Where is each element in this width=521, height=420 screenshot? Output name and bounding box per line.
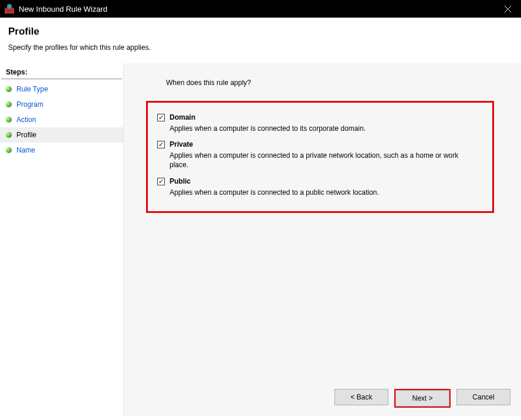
profile-options-highlight: Domain Applies when a computer is connec…	[146, 101, 494, 213]
next-button-highlight: Next >	[394, 389, 451, 408]
option-private-label: Private	[170, 140, 478, 148]
bullet-icon	[6, 132, 12, 138]
page-title: Profile	[8, 26, 513, 38]
option-private: Private Applies when a computer is conne…	[157, 140, 478, 170]
step-profile[interactable]: Profile	[0, 127, 123, 143]
option-private-desc: Applies when a computer is connected to …	[170, 151, 478, 170]
step-program[interactable]: Program	[0, 97, 123, 112]
page-subtitle: Specify the profiles for which this rule…	[8, 43, 513, 52]
step-name[interactable]: Name	[0, 143, 123, 158]
step-rule-type[interactable]: Rule Type	[0, 82, 123, 97]
bullet-icon	[6, 101, 12, 107]
titlebar: New Inbound Rule Wizard	[0, 0, 521, 18]
close-button[interactable]	[494, 0, 521, 18]
checkbox-public[interactable]	[157, 178, 165, 185]
option-domain-desc: Applies when a computer is connected to …	[170, 124, 478, 133]
steps-sidebar: Steps: Rule Type Program Action Profile …	[0, 63, 123, 416]
bullet-icon	[6, 117, 12, 123]
back-button[interactable]: < Back	[334, 389, 388, 405]
wizard-header: Profile Specify the profiles for which t…	[0, 18, 521, 63]
step-label: Name	[16, 146, 35, 154]
next-button[interactable]: Next >	[395, 390, 449, 407]
step-action[interactable]: Action	[0, 112, 123, 127]
svg-rect-4	[6, 10, 9, 12]
bullet-icon	[6, 86, 12, 92]
option-domain: Domain Applies when a computer is connec…	[157, 113, 478, 133]
bullet-icon	[6, 147, 12, 153]
cancel-button[interactable]: Cancel	[456, 389, 510, 405]
wizard-button-bar: < Back Next > Cancel	[334, 389, 510, 408]
svg-rect-1	[5, 8, 8, 9]
option-public: Public Applies when a computer is connec…	[157, 177, 478, 197]
svg-rect-5	[10, 10, 13, 12]
option-public-desc: Applies when a computer is connected to …	[170, 188, 478, 197]
wizard-body: Steps: Rule Type Program Action Profile …	[0, 63, 521, 416]
wizard-content: When does this rule apply? Domain Applie…	[123, 63, 521, 416]
checkbox-domain[interactable]	[157, 114, 165, 121]
steps-heading: Steps:	[1, 66, 122, 79]
checkbox-private[interactable]	[157, 141, 165, 148]
firewall-icon	[5, 4, 14, 13]
svg-rect-3	[12, 8, 14, 9]
content-question: When does this rule apply?	[166, 79, 506, 87]
step-label: Action	[16, 116, 36, 124]
step-label: Profile	[16, 131, 36, 139]
option-public-label: Public	[170, 177, 478, 185]
option-domain-label: Domain	[170, 113, 478, 121]
step-label: Program	[16, 100, 43, 109]
window-title: New Inbound Rule Wizard	[19, 5, 494, 13]
step-label: Rule Type	[16, 85, 48, 93]
